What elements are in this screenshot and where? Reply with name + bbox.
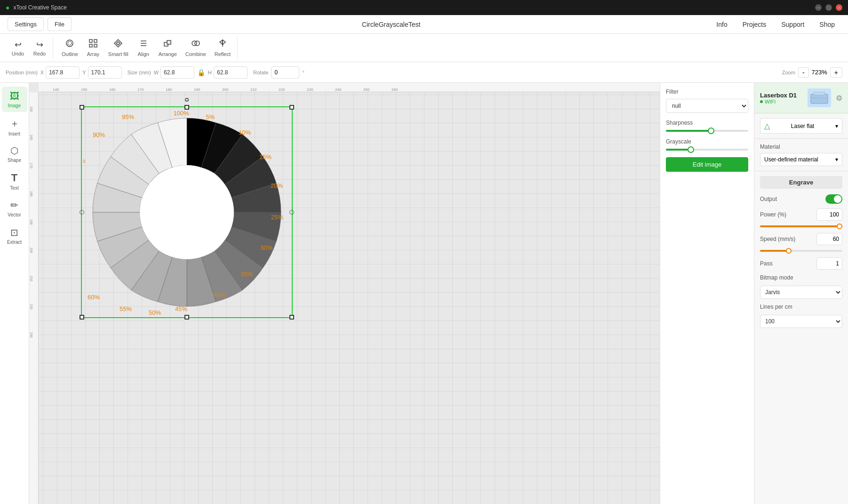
undo-redo-group: ↩ Undo ↪ Redo [5,38,53,58]
image-tool[interactable]: 🖼 Image [2,87,27,112]
h-input[interactable] [214,66,248,79]
vector-tool[interactable]: ✏ Vector [2,196,27,221]
edit-image-button[interactable]: Edit image [666,157,748,172]
shape-tool-icon: ⬡ [10,145,18,156]
pass-input[interactable] [816,257,842,270]
shape-tool[interactable]: ⬡ Shape [2,141,27,167]
ruler-tick-180: 180 [166,88,172,92]
sharpness-slider[interactable] [666,130,748,132]
lock-icon[interactable]: 🔒 [197,69,205,76]
h-group: H [208,66,248,79]
material-label: Material [760,144,842,150]
info-nav[interactable]: Info [711,18,733,31]
svg-rect-3 [94,40,97,42]
arrange-button[interactable]: Arrange [155,37,181,59]
label-5: 5% [206,113,215,120]
speed-slider[interactable] [760,250,842,252]
text-tool-label: Text [10,185,18,191]
w-input[interactable] [160,66,194,79]
rotate-handle[interactable] [185,98,189,102]
extract-tool[interactable]: ⊡ Extract [2,223,27,248]
size-label: Size (mm) [128,70,151,75]
zoom-minus-button[interactable]: - [798,67,809,78]
bitmap-mode-select[interactable]: Jarvis Floyd-Steinberg Threshold [760,286,842,299]
title-bar: ● xTool Creative Space ─ □ ✕ [0,0,848,15]
sharpness-label: Sharpness [666,120,748,126]
pass-label: Pass [760,260,773,267]
file-button[interactable]: File [48,17,72,31]
label-90: 90% [93,131,105,138]
sharpness-thumb[interactable] [708,128,714,134]
grayscale-label: Grayscale [666,138,748,145]
ruler-tick-230: 230 [307,88,313,92]
speed-label: Speed (mm/s) [760,236,795,242]
reflect-icon [218,39,227,50]
y-input[interactable] [88,66,122,79]
rotate-input[interactable] [271,66,299,79]
shop-nav[interactable]: Shop [814,18,840,31]
undo-icon: ↩ [15,40,22,50]
array-icon [88,39,98,50]
text-tool[interactable]: T Text [2,168,27,194]
arrange-label: Arrange [159,51,177,57]
settings-button[interactable]: Settings [8,17,44,31]
canvas-area[interactable]: 140 150 160 170 180 190 200 210 220 230 … [29,83,660,504]
maximize-button[interactable]: □ [825,4,832,11]
projects-nav[interactable]: Projects [737,18,772,31]
lines-per-cm-select[interactable]: 100 200 50 [760,315,842,328]
label-25: 25% [271,214,283,221]
donut-chart: 100% 5% 10% 15% 20% 25% 30% 35% [83,109,290,316]
outline-button[interactable]: Outline [58,37,82,59]
lines-per-cm-label: Lines per cm [760,304,792,310]
grayscale-slider[interactable] [666,149,748,151]
speed-slider-thumb[interactable] [786,248,792,254]
gear-button[interactable]: ⚙ [836,94,842,103]
power-input[interactable] [816,208,842,221]
laser-selector[interactable]: △ Laser flat ▾ [760,118,842,134]
array-button[interactable]: Array [83,37,104,59]
grayscale-section: Grayscale [666,138,748,151]
speed-input[interactable] [816,233,842,245]
undo-button[interactable]: ↩ Undo [8,38,28,58]
insert-tool-icon: ＋ [10,117,19,130]
smart-fill-button[interactable]: Smart fill [104,37,132,59]
titlebar-left: ● xTool Creative Space [6,4,67,11]
lines-per-cm-row: Lines per cm [760,304,842,310]
minimize-button[interactable]: ─ [815,4,822,11]
insert-tool[interactable]: ＋ Insert [2,114,27,139]
grayscale-thumb[interactable] [688,146,694,153]
output-row: Output [760,194,842,204]
device-status: WIFI [760,99,803,104]
menu-bar: Settings File CircleGrayscaleTest Info P… [0,15,848,34]
ruler-tick-v-220: 220 [30,304,33,310]
position-group: Position (mm) X Y [6,66,122,79]
engrave-section: Engrave Output Power (%) Speed (mm/s) [754,171,848,504]
redo-icon: ↪ [36,40,43,50]
shape-tool-label: Shape [8,158,21,163]
y-label: Y [82,70,86,75]
label-60: 60% [88,294,100,301]
align-button[interactable]: Align [133,37,154,59]
power-slider[interactable] [760,225,842,227]
output-toggle[interactable] [825,194,842,204]
w-group: W [154,66,194,79]
combine-button[interactable]: Combine [182,37,210,59]
reflect-button[interactable]: Reflect [211,37,234,59]
svg-point-13 [140,165,234,259]
support-nav[interactable]: Support [776,18,810,31]
material-selector[interactable]: User-defined material ▾ [760,153,842,166]
laser-chevron-icon: ▾ [835,123,838,129]
label-100: 100% [173,110,189,117]
filter-select[interactable]: null B&W Sepia [666,99,748,113]
material-section: Material User-defined material ▾ [754,139,848,171]
align-icon [139,39,148,50]
redo-button[interactable]: ↪ Redo [29,38,50,58]
power-slider-thumb[interactable] [837,224,842,229]
label-15: 15% [259,153,272,160]
zoom-plus-button[interactable]: + [830,67,842,78]
close-button[interactable]: ✕ [836,4,842,11]
ruler-tick-v-180: 180 [30,191,33,197]
selection-container[interactable]: 100% 5% 10% 15% 20% 25% 30% 35% [43,97,279,328]
x-input[interactable] [46,66,80,79]
svg-rect-10 [167,40,171,44]
